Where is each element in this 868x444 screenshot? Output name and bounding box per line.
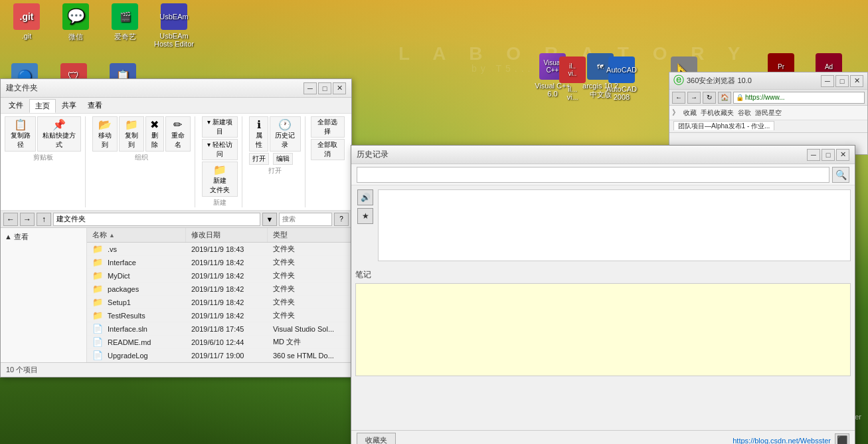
history-titlebar: 历史记录 ─ □ ✕: [351, 146, 855, 164]
nav-up[interactable]: ↑: [37, 213, 51, 226]
edit-label: 编辑: [276, 155, 290, 162]
browser-url-text: https://www...: [745, 94, 784, 101]
table-row[interactable]: 📁 TestResults 2019/11/9 18:42 文件夹: [87, 309, 351, 322]
search-btn[interactable]: ?: [334, 213, 349, 226]
table-row[interactable]: 📁 Setup1 2019/11/9 18:42 文件夹: [87, 296, 351, 309]
copy-path-button[interactable]: 📋 复制路径: [5, 116, 36, 152]
file-name-cell: 📄 UpgradeLog: [87, 349, 186, 362]
nav-back[interactable]: ←: [3, 213, 18, 226]
clipboard-label: 剪贴板: [5, 153, 81, 162]
expand-btn[interactable]: 》: [672, 108, 679, 118]
history-search-input[interactable]: [357, 167, 829, 183]
search-input[interactable]: [279, 213, 332, 226]
star-icon: ★: [362, 211, 369, 221]
desktop-icon-aiqiyi[interactable]: 🎬 爱奇艺: [104, 3, 146, 42]
tab-file[interactable]: 文件: [3, 99, 29, 113]
properties-button[interactable]: ℹ 属性: [249, 116, 268, 152]
open-button[interactable]: 打开: [249, 153, 269, 165]
minimize-button[interactable]: ─: [304, 82, 317, 94]
select-all-button[interactable]: 全部选择: [311, 116, 345, 138]
desktop-icon-git[interactable]: .git .git: [5, 3, 48, 40]
browser-maximize[interactable]: □: [835, 75, 849, 87]
table-row[interactable]: 📁 Interface 2019/11/9 18:42 文件夹: [87, 256, 351, 269]
history-content-box: [378, 189, 851, 261]
copy-to-label: 复制到: [122, 131, 141, 150]
address-input[interactable]: [53, 213, 260, 226]
col-header-date[interactable]: 修改日期: [186, 228, 268, 243]
history-footer-right: https://blog.csdn.net/Websster ⬛: [733, 433, 849, 445]
file-name: UpgradeLog: [108, 352, 148, 360]
quick-access-button[interactable]: ▾ 轻松访问: [202, 139, 238, 160]
deselect-all-button[interactable]: 全部取消: [311, 139, 345, 160]
desktop-icon-usbeam[interactable]: UsbEAm UsbEAmHosts Editor: [153, 3, 195, 48]
desktop-icon-wechat[interactable]: 💬 微信: [54, 3, 97, 42]
new-folder-button[interactable]: 📁 新建文件夹: [202, 162, 238, 197]
col-header-name[interactable]: 名称 ▲: [87, 228, 186, 243]
history-maximize[interactable]: □: [822, 149, 835, 161]
history-btn[interactable]: 🕐 历史记录: [270, 116, 301, 152]
ribbon-tabs-row: 文件 主页 共享 查看: [1, 98, 351, 114]
desktop-icon-autocad[interactable]: AutoCAD AutoCAD2008: [600, 56, 643, 101]
col-header-type[interactable]: 类型: [268, 228, 351, 243]
table-row[interactable]: 📄 Interface.sln 2019/11/8 17:45 Visual S…: [87, 322, 351, 336]
rename-button[interactable]: ✏ 重命名: [165, 116, 191, 152]
browser-minimize[interactable]: ─: [821, 75, 834, 87]
new-project-label: ▾ 新建项目: [207, 118, 232, 135]
paste-shortcut-button[interactable]: 📌 粘贴快捷方式: [37, 116, 81, 152]
bookmark-item-4[interactable]: 游民星空: [755, 108, 782, 118]
browser-forward[interactable]: →: [687, 92, 701, 104]
copy-to-button[interactable]: 📁 复制到: [119, 116, 144, 152]
history-bookmark-label: 收藏夹: [365, 436, 387, 444]
browser-close[interactable]: ✕: [850, 75, 863, 87]
file-type-cell: 360 se HTML Do...: [268, 349, 351, 362]
bookmark-item-2[interactable]: 手机收藏夹: [701, 108, 734, 118]
table-row[interactable]: 📄 UpgradeLog 2019/11/7 19:00 360 se HTML…: [87, 349, 351, 362]
history-star-btn[interactable]: ★: [357, 208, 373, 224]
history-note-title: 笔记: [355, 269, 851, 280]
close-button[interactable]: ✕: [333, 82, 346, 94]
table-row[interactable]: 📁 MyDict 2019/11/9 18:42 文件夹: [87, 269, 351, 282]
ribbon-group-open: ℹ 属性 🕐 历史记录 打开 编辑 打开: [245, 116, 305, 207]
file-name-cell: 📁 Interface: [87, 256, 186, 269]
history-minimize[interactable]: ─: [807, 149, 820, 161]
file-list-container: ▲ 查看 名称 ▲ 修改日期 类型 📁 .vs 2019: [1, 228, 351, 362]
tab-view[interactable]: 查看: [82, 99, 108, 113]
browser-home[interactable]: 🏠: [718, 92, 731, 104]
edit-button[interactable]: 编辑: [273, 153, 293, 165]
browser-refresh[interactable]: ↻: [703, 92, 716, 104]
table-row[interactable]: 📄 README.md 2019/6/10 12:44 MD 文件: [87, 336, 351, 349]
file-name-cell: 📁 MyDict: [87, 269, 186, 282]
history-bookmark-btn[interactable]: 收藏夹: [357, 433, 396, 444]
table-row[interactable]: 📁 packages 2019/11/9 18:42 文件夹: [87, 282, 351, 296]
address-go[interactable]: ▼: [262, 213, 277, 226]
browser-tab-active[interactable]: 团队项目—Alpha发布1 - 作业...: [673, 121, 774, 130]
bookmark-item-3[interactable]: 谷歌: [738, 108, 751, 118]
history-search-button[interactable]: 🔍: [832, 167, 849, 183]
ribbon-group-organize: 📂 移动到 📁 复制到 ✖ 删除 ✏ 重命名: [88, 116, 195, 207]
browser-back[interactable]: ←: [672, 92, 685, 104]
bookmark-item-1[interactable]: 收藏: [683, 108, 697, 118]
organize-label: 组织: [92, 153, 190, 162]
history-footer-icon-btn[interactable]: ⬛: [835, 433, 849, 445]
file-explorer-title: 建文件夹: [6, 82, 38, 94]
table-row[interactable]: 📁 .vs 2019/11/9 18:43 文件夹: [87, 243, 351, 256]
file-icon: 📁: [92, 244, 103, 254]
maximize-button[interactable]: □: [318, 82, 331, 94]
new-project-button[interactable]: ▾ 新建项目: [202, 116, 238, 138]
file-name-cell: 📄 Interface.sln: [87, 322, 186, 336]
history-audio-btn[interactable]: 🔊: [357, 189, 373, 205]
tab-home[interactable]: 主页: [29, 99, 56, 113]
file-date-cell: 2019/11/7 19:00: [186, 349, 268, 362]
desktop-icon-illustrator[interactable]: il..vi.. il...vi...: [551, 56, 594, 101]
delete-button[interactable]: ✖ 删除: [145, 116, 164, 152]
history-close[interactable]: ✕: [836, 149, 849, 161]
tab-share[interactable]: 共享: [56, 99, 82, 113]
move-to-button[interactable]: 📂 移动到: [92, 116, 118, 152]
file-date-cell: 2019/11/9 18:42: [186, 269, 268, 282]
desktop-icon-usbeam-label: UsbEAmHosts Editor: [154, 32, 194, 48]
browser-window-360: ⓔ 360安全浏览器 10.0 ─ □ ✕ ← → ↻ 🏠 🔒 https://…: [669, 72, 868, 155]
history-footer-link[interactable]: https://blog.csdn.net/Websster: [733, 437, 831, 445]
nav-forward[interactable]: →: [20, 213, 35, 226]
file-date-cell: 2019/11/9 18:42: [186, 296, 268, 309]
delete-label: 删除: [149, 131, 161, 150]
